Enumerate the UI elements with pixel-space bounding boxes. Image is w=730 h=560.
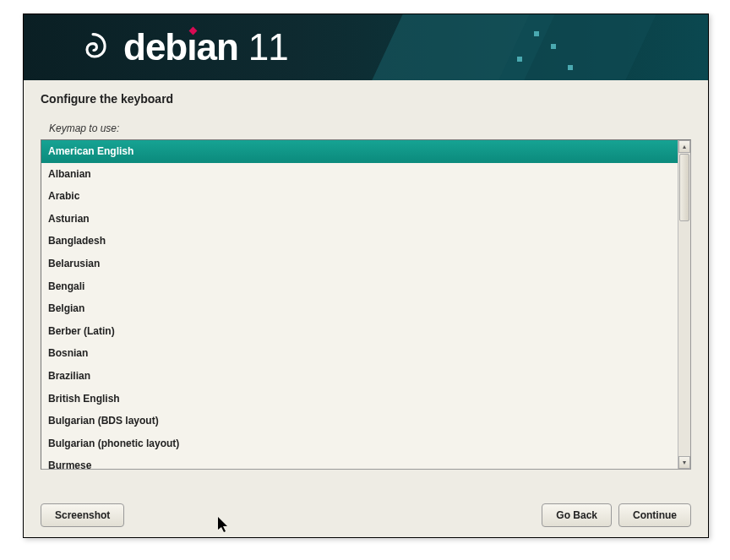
list-item[interactable]: Albanian (41, 163, 678, 186)
page-title: Configure the keyboard (24, 80, 708, 114)
list-item[interactable]: Bulgarian (BDS layout) (41, 410, 678, 432)
list-item[interactable]: Bosnian (41, 342, 678, 365)
banner: debıan11 (24, 14, 708, 80)
keymap-list[interactable]: American EnglishAlbanianArabicAsturianBa… (41, 140, 678, 469)
list-item[interactable]: Belgian (41, 297, 678, 320)
debian-logo: debıan11 (74, 26, 288, 68)
banner-decoration (370, 14, 708, 80)
debian-swirl-icon (74, 29, 112, 66)
scroll-up-button[interactable]: ▴ (678, 140, 690, 153)
keymap-list-container: American EnglishAlbanianArabicAsturianBa… (41, 139, 691, 470)
nav-buttons: Go Back Continue (542, 503, 691, 527)
list-item[interactable]: Arabic (41, 185, 678, 208)
list-item[interactable]: Berber (Latin) (41, 320, 678, 343)
list-item[interactable]: Belarusian (41, 253, 678, 275)
continue-button[interactable]: Continue (618, 503, 691, 527)
list-item[interactable]: Bangladesh (41, 230, 678, 253)
scroll-down-button[interactable]: ▾ (678, 456, 690, 469)
list-item[interactable]: British English (41, 388, 678, 410)
installer-window: debıan11 Configure the keyboard Keymap t… (23, 14, 709, 538)
keymap-label: Keymap to use: (41, 114, 691, 139)
list-item[interactable]: Bengali (41, 275, 678, 298)
list-item[interactable]: Brazilian (41, 365, 678, 388)
list-item[interactable]: Bulgarian (phonetic layout) (41, 432, 678, 455)
button-bar: Screenshot Go Back Continue (24, 503, 708, 527)
list-item[interactable]: Burmese (41, 454, 678, 469)
scrollbar[interactable]: ▴ ▾ (678, 140, 690, 469)
list-item[interactable]: American English (41, 140, 678, 163)
brand-name: debıan11 (123, 26, 288, 68)
screenshot-button[interactable]: Screenshot (41, 503, 124, 527)
content-area: Keymap to use: American EnglishAlbanianA… (24, 114, 708, 470)
scroll-thumb[interactable] (679, 154, 689, 221)
go-back-button[interactable]: Go Back (542, 503, 612, 527)
list-item[interactable]: Asturian (41, 208, 678, 231)
brand-version: 11 (248, 26, 288, 68)
